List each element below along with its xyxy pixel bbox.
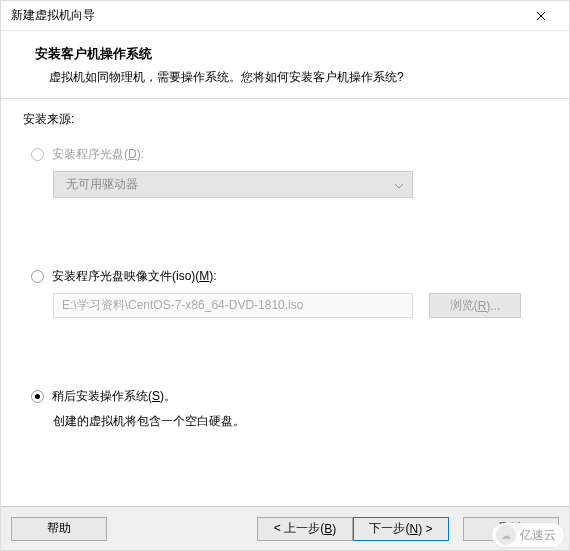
iso-path-field[interactable]: E:\学习资料\CentOS-7-x86_64-DVD-1810.iso — [53, 293, 413, 318]
window-title: 新建虚拟机向导 — [11, 7, 521, 24]
option-iso-label: 安装程序光盘映像文件(iso)(M): — [52, 268, 217, 285]
browse-button[interactable]: 浏览(R)... — [429, 293, 521, 318]
chevron-down-icon — [394, 178, 404, 192]
radio-iso[interactable] — [31, 270, 44, 283]
cloud-icon: ☁ — [496, 525, 516, 545]
wizard-window: 新建虚拟机向导 安装客户机操作系统 虚拟机如同物理机，需要操作系统。您将如何安装… — [0, 0, 570, 551]
install-source-label: 安装来源: — [23, 111, 547, 128]
option-iso[interactable]: 安装程序光盘映像文件(iso)(M): — [31, 268, 547, 285]
page-title: 安装客户机操作系统 — [35, 45, 535, 63]
close-icon — [536, 11, 546, 21]
titlebar: 新建虚拟机向导 — [1, 1, 569, 31]
option-later-label: 稍后安装操作系统(S)。 — [52, 388, 176, 405]
back-button[interactable]: < 上一步(B) — [257, 517, 353, 541]
iso-path-text: E:\学习资料\CentOS-7-x86_64-DVD-1810.iso — [62, 297, 303, 314]
next-button[interactable]: 下一步(N) > — [353, 517, 449, 541]
drive-combo[interactable]: 无可用驱动器 — [53, 171, 413, 198]
radio-later[interactable] — [31, 390, 44, 403]
button-bar: 帮助 < 上一步(B) 下一步(N) > 取消 — [1, 506, 569, 550]
option-disc[interactable]: 安装程序光盘(D): — [31, 146, 547, 163]
help-button[interactable]: 帮助 — [11, 517, 107, 541]
drive-combo-text: 无可用驱动器 — [66, 176, 138, 193]
close-button[interactable] — [521, 2, 561, 30]
page-subtitle: 虚拟机如同物理机，需要操作系统。您将如何安装客户机操作系统? — [35, 69, 535, 86]
content-area: 安装来源: 安装程序光盘(D): 无可用驱动器 安装程序光盘映像文 — [1, 99, 569, 506]
option-group: 安装程序光盘(D): 无可用驱动器 安装程序光盘映像文件(iso)(M): E: — [31, 146, 547, 430]
wizard-header: 安装客户机操作系统 虚拟机如同物理机，需要操作系统。您将如何安装客户机操作系统? — [1, 31, 569, 98]
option-later[interactable]: 稍后安装操作系统(S)。 — [31, 388, 547, 405]
watermark-text: 亿速云 — [520, 527, 556, 544]
option-later-hint: 创建的虚拟机将包含一个空白硬盘。 — [53, 413, 547, 430]
watermark: ☁ 亿速云 — [492, 523, 564, 547]
radio-disc[interactable] — [31, 148, 44, 161]
option-disc-label: 安装程序光盘(D): — [52, 146, 144, 163]
